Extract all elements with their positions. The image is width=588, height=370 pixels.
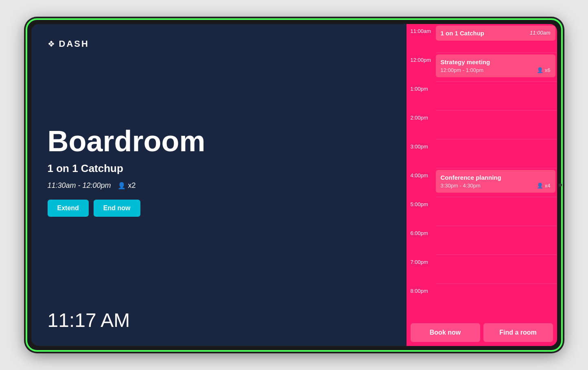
event-title-strategy: Strategy meeting	[441, 59, 490, 65]
time-slot-11am: 11:00am 1 on 1 Catchup 11:00am	[407, 24, 557, 52]
meeting-name: 1 on 1 Catchup	[48, 162, 390, 175]
right-panel: 11:00am 1 on 1 Catchup 11:00am 12:00pm	[407, 24, 557, 346]
time-label-2pm: 2:00pm	[407, 111, 436, 124]
event-card-strategy: Strategy meeting 12:00pm - 1:00pm 👤 x6	[436, 54, 555, 77]
home-button[interactable]	[559, 183, 562, 187]
event-title-catchup: 1 on 1 Catchup	[441, 30, 485, 37]
room-info: Boardroom 1 on 1 Catchup 11:30am - 12:00…	[48, 49, 390, 309]
left-panel: ❖ DASH Boardroom 1 on 1 Catchup 11:30am …	[31, 24, 407, 346]
event-card-conference: Conference planning 3:30pm - 4:30pm 👤 x4	[436, 170, 555, 193]
slot-content-7pm	[436, 255, 557, 257]
slot-content-4pm: Conference planning 3:30pm - 4:30pm 👤 x4	[436, 168, 557, 194]
logo: ❖ DASH	[48, 39, 390, 49]
logo-text: DASH	[59, 39, 89, 49]
current-time: 11:17 AM	[48, 309, 390, 331]
event-attendees-conference: 👤 x4	[537, 183, 551, 189]
attendee-number: x2	[128, 181, 136, 190]
event-card-header-conference: Conference planning	[441, 174, 551, 181]
meeting-meta: 11:30am - 12:00pm 👤 x2	[48, 181, 390, 190]
tablet-screen: ❖ DASH Boardroom 1 on 1 Catchup 11:30am …	[31, 24, 557, 346]
time-slot-2pm: 2:00pm	[407, 111, 557, 139]
person-icon: 👤	[118, 182, 126, 189]
bottom-buttons: Book now Find a room	[407, 319, 557, 346]
tablet-device: ❖ DASH Boardroom 1 on 1 Catchup 11:30am …	[26, 18, 563, 352]
event-card-header-strategy: Strategy meeting	[441, 59, 551, 65]
event-attendees-strategy: 👤 x6	[537, 67, 551, 73]
time-label-4pm: 4:00pm	[407, 168, 436, 182]
time-slot-7pm: 7:00pm	[407, 255, 557, 283]
room-name: Boardroom	[48, 125, 390, 157]
event-card-header-catchup: 1 on 1 Catchup 11:00am	[441, 30, 551, 37]
time-label-12pm: 12:00pm	[407, 53, 436, 66]
time-label-7pm: 7:00pm	[407, 255, 436, 268]
book-now-button[interactable]: Book now	[411, 323, 480, 342]
time-slot-5pm: 5:00pm	[407, 197, 557, 226]
time-label-6pm: 6:00pm	[407, 226, 436, 239]
slot-content-2pm	[436, 111, 557, 112]
event-details-conference: 3:30pm - 4:30pm 👤 x4	[441, 183, 551, 189]
attendee-count: 👤 x2	[118, 181, 136, 190]
time-label-3pm: 3:00pm	[407, 139, 436, 153]
find-room-button[interactable]: Find a room	[483, 323, 553, 342]
slot-content-6pm	[436, 226, 557, 228]
time-slot-6pm: 6:00pm	[407, 226, 557, 255]
attendees-icon-strategy: 👤	[537, 67, 543, 73]
event-details-strategy: 12:00pm - 1:00pm 👤 x6	[441, 67, 551, 73]
slot-content-1pm	[436, 82, 557, 83]
logo-icon: ❖	[48, 39, 55, 49]
slot-content-12pm: Strategy meeting 12:00pm - 1:00pm 👤 x6	[436, 53, 557, 78]
time-label-11am: 11:00am	[407, 24, 436, 37]
attendees-icon-conference: 👤	[537, 183, 543, 189]
time-label-1pm: 1:00pm	[407, 82, 436, 95]
time-slot-12pm: 12:00pm Strategy meeting 12:00pm - 1:00p…	[407, 53, 557, 81]
event-card-catchup: 1 on 1 Catchup 11:00am	[436, 26, 555, 41]
event-time-range-conference: 3:30pm - 4:30pm	[441, 183, 481, 189]
event-time-range-strategy: 12:00pm - 1:00pm	[441, 67, 484, 73]
event-title-conference: Conference planning	[441, 174, 501, 181]
slot-content-8pm	[436, 284, 557, 285]
time-slot-3pm: 3:00pm	[407, 139, 557, 168]
slot-content-5pm	[436, 197, 557, 199]
time-slot-8pm: 8:00pm	[407, 284, 557, 312]
end-now-button[interactable]: End now	[94, 200, 140, 217]
time-slot-4pm: 4:00pm Conference planning 3:30pm - 4:30…	[407, 168, 557, 197]
schedule-area: 11:00am 1 on 1 Catchup 11:00am 12:00pm	[407, 24, 557, 319]
event-time-catchup: 11:00am	[530, 30, 551, 36]
slot-content-3pm	[436, 139, 557, 141]
time-label-8pm: 8:00pm	[407, 284, 436, 297]
meeting-time: 11:30am - 12:00pm	[48, 181, 111, 190]
slot-content-11am: 1 on 1 Catchup 11:00am	[436, 24, 557, 41]
time-label-5pm: 5:00pm	[407, 197, 436, 211]
time-slot-1pm: 1:00pm	[407, 82, 557, 110]
extend-button[interactable]: Extend	[48, 200, 89, 217]
action-buttons: Extend End now	[48, 200, 390, 217]
